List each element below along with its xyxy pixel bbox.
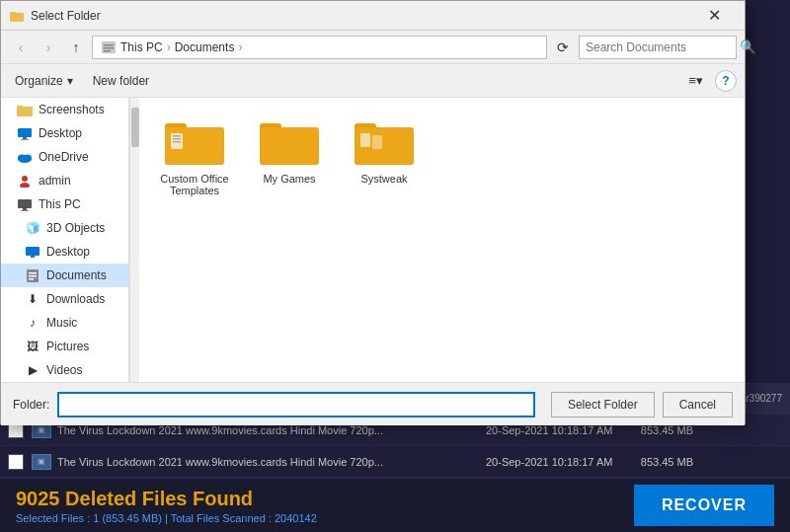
file-name: The Virus Lockdown 2021 www.9kmovies.car… — [57, 456, 486, 468]
videos-icon: ▶ — [25, 362, 40, 378]
sidebar-label: This PC — [39, 197, 81, 211]
folder-item-custom-office[interactable]: Custom Office Templates — [155, 114, 234, 200]
file-size: 853.45 MB — [614, 456, 693, 468]
sidebar-item-desktop[interactable]: Desktop — [1, 121, 128, 145]
folder-large-icon — [353, 117, 416, 169]
dialog-titlebar: Select Folder ✕ — [1, 1, 745, 31]
select-folder-button[interactable]: Select Folder — [551, 392, 655, 418]
folder-item-systweak[interactable]: Systweak — [345, 114, 424, 200]
recover-button[interactable]: RECOVER — [634, 485, 774, 526]
row-checkbox[interactable] — [8, 454, 24, 470]
sidebar-item-3dobjects[interactable]: 🧊 3D Objects — [1, 216, 128, 240]
cloud-icon — [17, 149, 33, 165]
sidebar-item-onedrive[interactable]: OneDrive — [1, 145, 128, 169]
svg-rect-7 — [17, 106, 23, 109]
search-input[interactable] — [580, 40, 740, 54]
search-icon-button[interactable]: 🔍 — [740, 36, 756, 59]
sidebar-item-videos[interactable]: ▶ Videos — [1, 358, 128, 382]
folder-label-text: Folder: — [13, 398, 49, 412]
sidebar-label: OneDrive — [39, 150, 89, 164]
folder-label: Systweak — [360, 173, 407, 185]
sidebar-item-documents[interactable]: Documents — [1, 264, 128, 287]
folder-label: My Games — [263, 173, 315, 185]
svg-rect-23 — [29, 275, 37, 277]
organize-button[interactable]: Organize ▾ — [9, 70, 79, 92]
dialog-close-button[interactable]: ✕ — [691, 1, 737, 31]
folder-input-row: Folder: Select Folder Cancel — [1, 382, 745, 425]
svg-rect-22 — [29, 272, 37, 274]
path-thispc: This PC — [120, 40, 163, 54]
dialog-title-icon — [9, 8, 25, 24]
deleted-count: 9025 Deleted Files Found — [16, 488, 317, 510]
folder-large-icon — [258, 117, 321, 169]
path-documents: Documents — [175, 40, 235, 54]
sidebar-label: Videos — [46, 363, 82, 377]
svg-rect-19 — [26, 247, 40, 256]
nav-back-button[interactable]: ‹ — [9, 36, 33, 59]
desktop-icon — [25, 244, 40, 260]
svg-rect-31 — [173, 141, 181, 143]
download-icon: ⬇ — [25, 291, 40, 307]
view-button[interactable]: ≡ ▾ — [684, 69, 707, 92]
folder-label: Custom Office Templates — [159, 173, 230, 196]
address-path[interactable]: This PC › Documents › — [92, 36, 547, 59]
deleted-bar: 9025 Deleted Files Found Selected Files … — [0, 478, 790, 532]
file-name: The Virus Lockdown 2021 www.9kmovies.car… — [57, 424, 486, 436]
3d-icon: 🧊 — [25, 220, 40, 236]
svg-rect-24 — [29, 278, 34, 280]
file-date: 20-Sep-2021 10:18:17 AM — [486, 424, 614, 436]
file-area: Custom Office Templates My Games — [139, 98, 745, 382]
desktop-icon — [17, 125, 33, 141]
dialog-toolbar: Organize ▾ New folder ≡ ▾ ? — [1, 64, 745, 98]
svg-rect-0 — [10, 13, 24, 22]
file-size: 853.45 MB — [614, 424, 693, 436]
svg-rect-16 — [18, 199, 32, 208]
svg-rect-29 — [173, 135, 181, 137]
file-type-icon: ▣ — [32, 454, 51, 470]
svg-rect-1 — [10, 12, 16, 14]
folder-text-input[interactable] — [57, 392, 535, 418]
help-button[interactable]: ? — [715, 70, 737, 92]
sidebar-item-music[interactable]: ♪ Music — [1, 311, 128, 335]
music-icon: ♪ — [25, 315, 40, 331]
nav-sidebar: Screenshots Desktop OneDrive — [1, 98, 129, 382]
folder-yellow-icon — [17, 102, 33, 117]
sidebar-scroll-thumb — [131, 108, 139, 147]
svg-rect-8 — [18, 128, 32, 137]
search-box[interactable]: 🔍 — [579, 36, 737, 59]
sidebar-item-screenshots[interactable]: Screenshots — [1, 98, 128, 121]
deleted-info: 9025 Deleted Files Found Selected Files … — [16, 488, 317, 524]
sidebar-label: admin — [39, 174, 71, 188]
sidebar-label: Music — [46, 316, 77, 330]
pc-icon — [17, 196, 33, 212]
refresh-button[interactable]: ⟳ — [551, 36, 575, 59]
svg-point-13 — [24, 154, 32, 161]
title-controls: ✕ — [691, 1, 737, 31]
documents-icon — [25, 267, 40, 283]
nav-up-button[interactable]: ↑ — [64, 36, 88, 59]
svg-rect-9 — [23, 137, 27, 139]
sidebar-item-admin[interactable]: admin — [1, 169, 128, 192]
svg-rect-3 — [104, 44, 114, 46]
nav-forward-button[interactable]: › — [37, 36, 60, 59]
pictures-icon: 🖼 — [25, 339, 40, 354]
sidebar-item-downloads[interactable]: ⬇ Downloads — [1, 287, 128, 311]
address-bar: ‹ › ↑ This PC › Documents › ⟳ 🔍 — [1, 31, 745, 64]
deleted-sub: Selected Files : 1 (853.45 MB) | Total F… — [16, 512, 317, 524]
svg-rect-30 — [173, 138, 181, 140]
cancel-button[interactable]: Cancel — [663, 392, 733, 418]
svg-rect-18 — [21, 210, 29, 211]
sidebar-label: Screenshots — [39, 103, 105, 116]
folder-item-my-games[interactable]: My Games — [250, 114, 329, 200]
sidebar-label: Documents — [46, 268, 107, 282]
sidebar-label: Pictures — [46, 340, 89, 353]
dialog-title-text: Select Folder — [31, 9, 691, 23]
svg-rect-10 — [21, 139, 29, 140]
svg-point-14 — [22, 176, 28, 182]
sidebar-scrollbar[interactable] — [129, 98, 139, 382]
sidebar-item-thispc[interactable]: This PC — [1, 192, 128, 216]
new-folder-button[interactable]: New folder — [87, 70, 155, 92]
sidebar-item-desktop2[interactable]: Desktop — [1, 240, 128, 264]
sidebar-item-pictures[interactable]: 🖼 Pictures — [1, 335, 128, 358]
table-row[interactable]: ▣ The Virus Lockdown 2021 www.9kmovies.c… — [0, 446, 790, 478]
